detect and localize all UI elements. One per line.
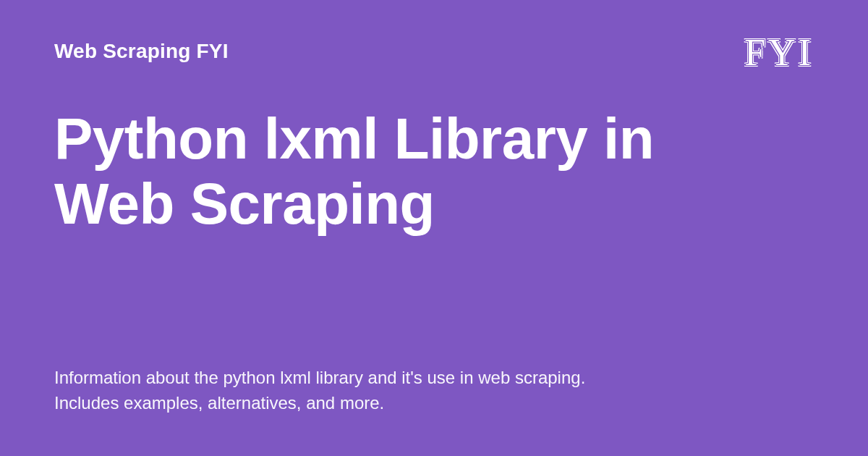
site-name: Web Scraping FYI <box>54 40 229 63</box>
social-card: Web Scraping FYI FYI Python lxml Library… <box>0 0 868 456</box>
page-title: Python lxml Library in Web Scraping <box>54 106 705 236</box>
logo-text: FYI <box>744 34 814 72</box>
page-description: Information about the python lxml librar… <box>54 366 604 416</box>
header-row: Web Scraping FYI FYI <box>54 40 814 72</box>
